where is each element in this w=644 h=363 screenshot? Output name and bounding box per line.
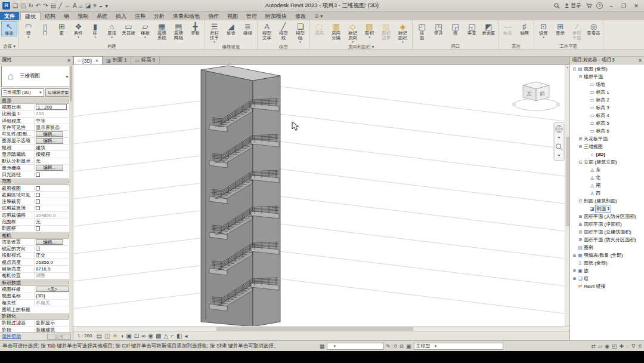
editing-requests-icon[interactable]: ✎ <box>386 343 391 349</box>
node-level-5[interactable]: ▭标高 5 <box>570 119 644 127</box>
ribbon-display-toggle-icon[interactable]: ⊙ ▾ <box>310 12 327 20</box>
node-site[interactable]: ▭场地 <box>570 81 644 88</box>
value-input[interactable]: 1 : 200 <box>36 104 67 110</box>
view-tab-section-1[interactable]: ◪剖面 1 <box>103 56 131 64</box>
select-pinned-icon[interactable]: ◉ <box>605 343 609 349</box>
ramp-button[interactable]: ◢坡道 <box>223 21 239 36</box>
property-value[interactable]: 编辑... <box>34 138 73 144</box>
edit-button[interactable]: <无> <box>36 287 69 293</box>
select-by-face-icon[interactable]: ◰ <box>612 343 617 349</box>
menu-tab-analyze[interactable]: 分析 <box>150 12 169 20</box>
menu-tab-precast[interactable]: 预制 <box>73 12 92 20</box>
show-crop-icon[interactable]: ⊡ <box>134 332 139 340</box>
curtain-grid-button[interactable]: ▤幕墙 网格 <box>171 21 187 41</box>
node-section-1[interactable]: ◪剖面 1 <box>570 205 644 213</box>
property-value[interactable]: {3D} <box>34 293 73 299</box>
node-revit-links[interactable]: ⇄Revit 链接 <box>570 282 644 290</box>
menu-tab-structure[interactable]: 结构 <box>41 12 60 20</box>
model-text-button[interactable]: A模型 文字 <box>259 21 275 41</box>
sync-icon[interactable]: ↻ <box>28 2 33 10</box>
node-ceiling-plans[interactable]: ⊞天花板平面 <box>570 135 644 143</box>
node-north[interactable]: ◬北 <box>570 174 644 182</box>
drag-on-selection-icon[interactable]: ✚ <box>619 343 624 349</box>
expander-plus-icon[interactable]: ⊞ <box>578 222 583 227</box>
modify-button[interactable]: ↖修改 <box>1 21 17 36</box>
floor-button[interactable]: ▱楼板▾ <box>137 21 153 39</box>
viewer-button[interactable]: ◎查看器 <box>586 21 602 36</box>
scale-button[interactable]: 1 : 200 <box>76 333 94 339</box>
room-button[interactable]: ▢房间 <box>311 21 327 36</box>
node-area-gross[interactable]: ⊞面积平面 (总建筑面积) <box>570 228 644 236</box>
temporary-hide-icon[interactable]: ∞ <box>141 332 145 340</box>
design-option-select[interactable]: 主模型▼ <box>414 343 503 350</box>
node-3d-views[interactable]: ⊟三维视图 <box>570 143 644 150</box>
view-instance-select[interactable]: 三维视图 (3D)▼ <box>1 88 44 97</box>
edit-button[interactable]: 编辑... <box>36 165 63 171</box>
property-value[interactable]: 建筑 <box>34 144 73 151</box>
edit-button[interactable]: 编辑... <box>36 138 63 144</box>
node-schedules[interactable]: ⊞▦明细表/数量 (全部) <box>570 251 644 259</box>
component-button[interactable]: ❖构件▾ <box>70 21 86 39</box>
set-workplane-button[interactable]: ⊡设置▾ <box>535 21 552 39</box>
property-value[interactable] <box>34 206 73 210</box>
shadows-icon[interactable]: ◑ <box>120 332 123 340</box>
window-button[interactable]: ⊞窗 <box>54 21 70 36</box>
customize-qat-icon[interactable]: ▾ <box>105 2 108 10</box>
expander-plus-icon[interactable]: ⊞ <box>578 238 583 242</box>
filter-icon[interactable]: ∇ <box>631 343 635 349</box>
area-boundary-button[interactable]: ▧面积 边界 <box>378 21 394 41</box>
viewcube-front-face[interactable]: 前 <box>540 91 545 97</box>
node-west[interactable]: ◬西 <box>570 189 644 197</box>
visibility-icon[interactable]: ◒ <box>99 2 103 10</box>
roof-button[interactable]: ⌂屋顶▾ <box>104 21 120 39</box>
vertical-opening-button[interactable]: ◱垂直 <box>464 21 480 36</box>
menu-tab-massing-site[interactable]: 体量和场地 <box>169 12 204 20</box>
model-line-button[interactable]: ╱模型 线 <box>275 21 292 41</box>
column-button[interactable]: ▮柱▾ <box>87 21 103 39</box>
show-workplane-button[interactable]: ⊞显示 <box>552 21 568 36</box>
property-value[interactable]: 编辑... <box>34 165 73 171</box>
menu-tab-insert[interactable]: 插入 <box>112 12 131 20</box>
reveal-constraints-icon[interactable]: ⌐ <box>171 332 174 340</box>
save-icon[interactable]: ◫ <box>20 2 26 10</box>
default-3d-view-icon[interactable]: ⌂ <box>79 2 83 10</box>
stair-tower-model[interactable] <box>201 66 280 326</box>
type-selector[interactable]: ⌂ 三维视图 ▼ <box>1 66 72 87</box>
expander-minus-icon[interactable]: ⊟ <box>578 199 583 204</box>
text-icon[interactable]: A <box>73 2 77 10</box>
help-icon[interactable]: ? <box>596 2 603 9</box>
property-value[interactable]: 无 <box>34 219 73 225</box>
stair-button[interactable]: ≣楼梯 <box>240 21 256 36</box>
dimension-icon[interactable]: ⇔ <box>64 2 70 10</box>
menu-tab-modify[interactable]: 修改 <box>291 12 310 20</box>
railing-button[interactable]: ☰栏杆 扶手▾ <box>206 21 222 44</box>
worksharing-display-icon[interactable]: ◧ <box>177 332 182 340</box>
wall-opening-button[interactable]: ◲墙 <box>447 21 463 36</box>
node-3d[interactable]: ⌂{3D} <box>570 150 644 158</box>
view-cube[interactable]: 左前 <box>513 82 560 110</box>
checkbox[interactable] <box>36 186 40 190</box>
dormer-button[interactable]: ◩老虎窗 <box>481 21 497 36</box>
checkbox[interactable] <box>36 199 40 204</box>
apply-button[interactable]: 应用 <box>47 334 71 340</box>
expander-plus-icon[interactable]: ⊞ <box>572 253 577 258</box>
shaft-button[interactable]: ◳竖井 <box>431 21 447 36</box>
print-icon[interactable]: ▤ <box>51 2 56 10</box>
node-elevations[interactable]: ⊟立面 (建筑立面) <box>570 158 644 166</box>
viewcube-left-face[interactable]: 左 <box>527 91 532 97</box>
property-value[interactable] <box>34 193 73 197</box>
curtain-system-button[interactable]: ▦幕墙 系统 <box>154 21 170 41</box>
node-level-3[interactable]: ▭标高 3 <box>570 104 644 112</box>
property-value[interactable]: 编辑... <box>34 239 73 245</box>
sun-path-icon[interactable]: ☀ <box>112 332 117 340</box>
menu-tab-annotate[interactable]: 注释 <box>131 12 150 20</box>
temporary-view-properties-icon[interactable]: ▩ <box>156 332 161 340</box>
expander-plus-icon[interactable]: ⊞ <box>578 214 583 219</box>
node-east[interactable]: ◬东 <box>570 166 644 174</box>
close-icon[interactable]: ✕ <box>67 58 71 63</box>
section-icon[interactable]: ◪ <box>85 2 91 10</box>
property-value[interactable]: 全部显示 <box>34 319 73 326</box>
checkbox[interactable] <box>36 173 40 177</box>
property-value[interactable] <box>34 226 73 230</box>
node-south[interactable]: ◬南 <box>570 182 644 189</box>
